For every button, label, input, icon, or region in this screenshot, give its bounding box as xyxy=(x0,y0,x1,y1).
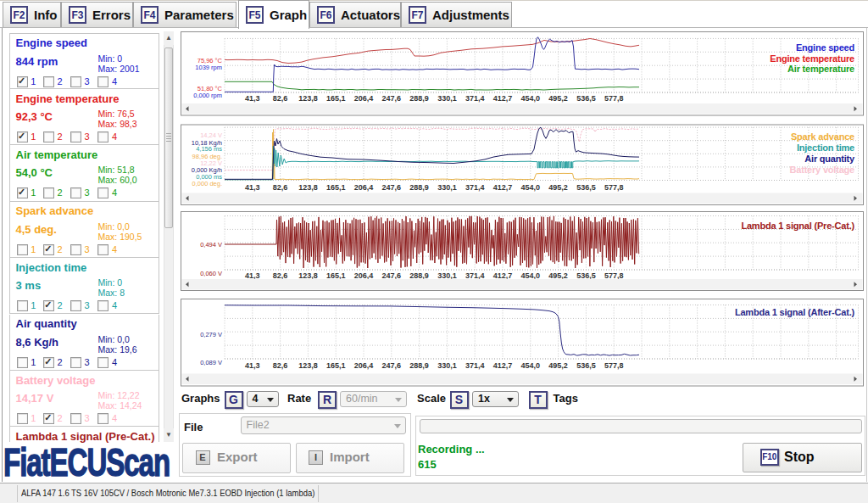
svg-text:41,3: 41,3 xyxy=(245,361,260,370)
svg-text:Engine speed: Engine speed xyxy=(796,42,854,53)
svg-text:206,4: 206,4 xyxy=(354,94,374,103)
svg-text:82,6: 82,6 xyxy=(273,94,288,103)
svg-text:247,6: 247,6 xyxy=(382,271,402,280)
svg-text:371,4: 371,4 xyxy=(465,271,485,280)
svg-text:82,6: 82,6 xyxy=(273,183,288,192)
svg-text:41,3: 41,3 xyxy=(245,94,260,103)
svg-text:330,1: 330,1 xyxy=(437,361,457,370)
svg-text:0,000 deg.: 0,000 deg. xyxy=(192,180,222,187)
svg-text:Spark advance: Spark advance xyxy=(791,131,854,142)
svg-text:165,1: 165,1 xyxy=(326,271,346,280)
svg-text:41,3: 41,3 xyxy=(245,271,260,280)
svg-text:Air quantity: Air quantity xyxy=(804,154,855,164)
svg-text:Battery voltage: Battery voltage xyxy=(790,165,855,175)
svg-text:330,1: 330,1 xyxy=(437,94,457,103)
svg-text:82,6: 82,6 xyxy=(273,271,288,280)
svg-text:82,6: 82,6 xyxy=(273,361,288,370)
svg-text:412,7: 412,7 xyxy=(493,94,513,103)
svg-text:247,6: 247,6 xyxy=(382,183,402,192)
svg-text:165,1: 165,1 xyxy=(326,361,346,370)
svg-text:371,4: 371,4 xyxy=(465,94,485,103)
svg-text:206,4: 206,4 xyxy=(354,183,374,192)
svg-text:412,7: 412,7 xyxy=(493,361,513,370)
svg-text:288,9: 288,9 xyxy=(409,361,429,370)
svg-text:123,8: 123,8 xyxy=(298,183,318,192)
svg-text:330,1: 330,1 xyxy=(437,183,457,192)
svg-text:495,2: 495,2 xyxy=(548,94,568,103)
svg-text:Injection time: Injection time xyxy=(797,143,854,153)
svg-text:495,2: 495,2 xyxy=(548,271,568,280)
svg-text:0,000 rpm: 0,000 rpm xyxy=(193,92,222,99)
svg-text:165,1: 165,1 xyxy=(326,94,346,103)
svg-text:371,4: 371,4 xyxy=(465,361,485,370)
svg-text:165,1: 165,1 xyxy=(326,183,346,192)
svg-text:Engine temperature: Engine temperature xyxy=(770,53,854,64)
svg-text:577,8: 577,8 xyxy=(604,271,624,280)
svg-text:495,2: 495,2 xyxy=(548,183,568,192)
svg-text:Lambda 1 signal (Pre-Cat.): Lambda 1 signal (Pre-Cat.) xyxy=(741,221,854,231)
svg-text:Air temperature: Air temperature xyxy=(787,64,854,74)
svg-text:577,8: 577,8 xyxy=(604,361,624,370)
svg-text:123,8: 123,8 xyxy=(298,361,318,370)
svg-text:412,7: 412,7 xyxy=(493,183,513,192)
svg-text:123,8: 123,8 xyxy=(298,94,318,103)
svg-text:123,8: 123,8 xyxy=(298,271,318,280)
svg-text:0,060 V: 0,060 V xyxy=(200,270,222,277)
svg-text:206,4: 206,4 xyxy=(354,271,374,280)
svg-text:14,24 V: 14,24 V xyxy=(200,131,222,139)
svg-text:454,0: 454,0 xyxy=(521,94,541,103)
svg-text:536,5: 536,5 xyxy=(576,94,596,103)
svg-text:536,5: 536,5 xyxy=(576,361,596,370)
svg-text:330,1: 330,1 xyxy=(437,271,457,280)
svg-text:Lambda 1 signal (After-Cat.): Lambda 1 signal (After-Cat.) xyxy=(735,307,855,317)
svg-text:247,6: 247,6 xyxy=(382,361,402,370)
svg-text:0,494 V: 0,494 V xyxy=(200,241,222,249)
svg-text:536,5: 536,5 xyxy=(576,183,596,192)
svg-text:1039 rpm: 1039 rpm xyxy=(195,64,222,71)
svg-text:98,96 deg.: 98,96 deg. xyxy=(192,153,222,160)
svg-text:0,279 V: 0,279 V xyxy=(200,331,222,338)
svg-text:577,8: 577,8 xyxy=(604,183,624,192)
svg-text:41,3: 41,3 xyxy=(245,183,260,192)
svg-text:247,6: 247,6 xyxy=(382,94,402,103)
svg-text:206,4: 206,4 xyxy=(354,361,374,370)
svg-text:495,2: 495,2 xyxy=(548,361,568,370)
svg-text:454,0: 454,0 xyxy=(521,183,541,192)
svg-text:454,0: 454,0 xyxy=(521,271,541,280)
svg-text:577,8: 577,8 xyxy=(604,94,624,103)
svg-text:288,9: 288,9 xyxy=(409,94,429,103)
svg-text:412,7: 412,7 xyxy=(493,271,513,280)
svg-text:371,4: 371,4 xyxy=(465,183,485,192)
svg-text:288,9: 288,9 xyxy=(409,271,429,280)
svg-text:536,5: 536,5 xyxy=(576,271,596,280)
svg-text:288,9: 288,9 xyxy=(409,183,429,192)
svg-text:454,0: 454,0 xyxy=(521,361,541,370)
svg-text:0,089 V: 0,089 V xyxy=(200,359,222,366)
